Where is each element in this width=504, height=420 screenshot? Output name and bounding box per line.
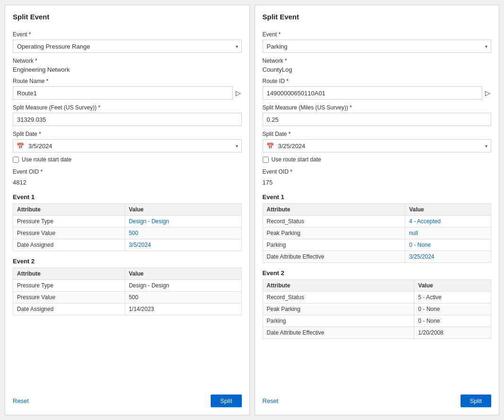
event-oid-label-right: Event OID * (263, 168, 492, 175)
table-cell-value: 1/20/2008 (414, 327, 491, 339)
table-cell-attribute: Parking (263, 315, 414, 327)
panel-right: Split Event Event * Parking ▾ Network * … (255, 5, 500, 415)
table-cell-value: 3/5/2024 (125, 239, 241, 251)
event1-col1-header-right: Attribute (263, 204, 405, 216)
table-cell-value: 500 (125, 227, 241, 239)
event2-title-right: Event 2 (263, 269, 492, 277)
network-value-right: CountyLog (263, 66, 492, 73)
table-row: Date Assigned1/14/2023 (13, 303, 242, 315)
table-row: Record_Status4 - Accepted (263, 216, 491, 227)
event-select-left[interactable]: Operating Pressure Range (13, 40, 242, 53)
event1-table-left: Attribute Value Pressure TypeDesign - De… (13, 203, 242, 251)
split-button-left[interactable]: Split (211, 395, 241, 407)
use-route-start-date-label-left: Use route start date (22, 156, 71, 163)
table-cell-attribute: Record_Status (263, 292, 414, 303)
table-row: Pressure TypeDesign - Design (13, 280, 242, 292)
table-cell-value: 4 - Accepted (405, 216, 491, 227)
table-cell-value: 0 - None (405, 239, 491, 251)
table-cell-attribute: Record_Status (263, 216, 405, 227)
event-label-right: Event * (263, 31, 492, 38)
route-id-input-right[interactable] (263, 86, 483, 100)
table-row: Peak Parking0 - None (263, 303, 491, 315)
panel-right-title: Split Event (263, 13, 492, 21)
route-target-icon-right[interactable]: ▷ (484, 88, 491, 98)
table-row: Parking0 - None (263, 239, 491, 251)
network-label-left: Network * (13, 58, 242, 64)
use-route-start-date-row-right: Use route start date (263, 156, 492, 163)
event2-col1-header-left: Attribute (13, 268, 125, 280)
split-measure-input-left[interactable] (13, 113, 242, 126)
table-row: Parking0 - None (263, 315, 491, 327)
network-value-left: Engineering Network (13, 66, 242, 73)
split-measure-label-right: Split Measure (Miles (US Survey)) * (263, 104, 492, 111)
table-cell-attribute: Parking (263, 239, 405, 251)
table-cell-attribute: Pressure Type (13, 216, 125, 227)
event2-col2-header-left: Value (125, 268, 241, 280)
use-route-start-date-checkbox-right[interactable] (263, 157, 269, 163)
table-row: Date Attribute Effective3/25/2024 (263, 251, 491, 263)
route-name-input-left[interactable] (13, 86, 233, 100)
event-select-wrapper-right: Parking ▾ (263, 40, 492, 53)
use-route-start-date-checkbox-left[interactable] (13, 157, 19, 163)
event2-table-left: Attribute Value Pressure TypeDesign - De… (13, 268, 242, 315)
route-id-wrapper-right: ▷ (263, 86, 492, 100)
split-measure-label-left: Split Measure (Feet (US Survey)) * (13, 104, 242, 111)
event2-col2-header-right: Value (414, 280, 491, 292)
table-row: Date Attribute Effective1/20/2008 (263, 327, 491, 339)
route-id-label-right: Route ID * (263, 78, 492, 84)
table-cell-attribute: Pressure Value (13, 292, 125, 303)
split-date-select-right[interactable]: 3/25/2024 (263, 139, 492, 152)
table-cell-value: 1/14/2023 (125, 303, 241, 315)
event-oid-label-left: Event OID * (13, 168, 242, 175)
split-date-select-left[interactable]: 3/5/2024 (13, 139, 242, 152)
table-cell-attribute: Pressure Value (13, 227, 125, 239)
split-date-wrapper-right: 📅 3/25/2024 ▾ (263, 139, 492, 152)
route-name-label-left: Route Name * (13, 78, 242, 84)
split-date-label-left: Split Date * (13, 131, 242, 137)
event1-col1-header-left: Attribute (13, 204, 125, 216)
event2-col1-header-right: Attribute (263, 280, 414, 292)
event2-title-left: Event 2 (13, 258, 242, 265)
route-name-wrapper-left: ▷ (13, 86, 242, 100)
event-select-right[interactable]: Parking (263, 40, 492, 53)
event2-table-right: Attribute Value Record_Status5 - ActiveP… (263, 279, 492, 339)
table-cell-value: null (405, 227, 491, 239)
reset-button-left[interactable]: Reset (13, 397, 29, 404)
event1-title-right: Event 1 (263, 193, 492, 201)
event1-table-right: Attribute Value Record_Status4 - Accepte… (263, 203, 492, 263)
use-route-start-date-label-right: Use route start date (272, 156, 321, 163)
event1-col2-header-right: Value (405, 204, 491, 216)
split-measure-input-right[interactable] (263, 113, 492, 126)
table-cell-attribute: Pressure Type (13, 280, 125, 292)
table-row: Pressure Value500 (13, 292, 242, 303)
use-route-start-date-row-left: Use route start date (13, 156, 242, 163)
panel-right-footer: Reset Split (263, 385, 492, 407)
panel-left-footer: Reset Split (13, 385, 242, 407)
table-cell-attribute: Date Assigned (13, 303, 125, 315)
table-cell-value: 5 - Active (414, 292, 491, 303)
table-cell-attribute: Date Attribute Effective (263, 251, 405, 263)
table-cell-value: 0 - None (414, 303, 491, 315)
split-date-label-right: Split Date * (263, 131, 492, 137)
panel-left: Split Event Event * Operating Pressure R… (5, 5, 250, 415)
event-select-wrapper-left: Operating Pressure Range ▾ (13, 40, 242, 53)
network-label-right: Network * (263, 58, 492, 64)
table-cell-attribute: Peak Parking (263, 227, 405, 239)
panel-left-title: Split Event (13, 13, 242, 21)
table-cell-value: 0 - None (414, 315, 491, 327)
table-row: Pressure TypeDesign - Design (13, 216, 242, 227)
event-oid-value-right: 175 (263, 178, 492, 187)
table-row: Pressure Value500 (13, 227, 242, 239)
split-button-right[interactable]: Split (461, 395, 491, 407)
table-cell-value: Design - Design (125, 216, 241, 227)
route-target-icon-left[interactable]: ▷ (235, 88, 242, 98)
event1-col2-header-left: Value (125, 204, 241, 216)
reset-button-right[interactable]: Reset (263, 397, 279, 404)
table-row: Date Assigned3/5/2024 (13, 239, 242, 251)
table-cell-attribute: Date Attribute Effective (263, 327, 414, 339)
split-date-wrapper-left: 📅 3/5/2024 ▾ (13, 139, 242, 152)
table-cell-value: 500 (125, 292, 241, 303)
table-cell-attribute: Peak Parking (263, 303, 414, 315)
event-oid-value-left: 4812 (13, 178, 242, 187)
table-cell-value: Design - Design (125, 280, 241, 292)
